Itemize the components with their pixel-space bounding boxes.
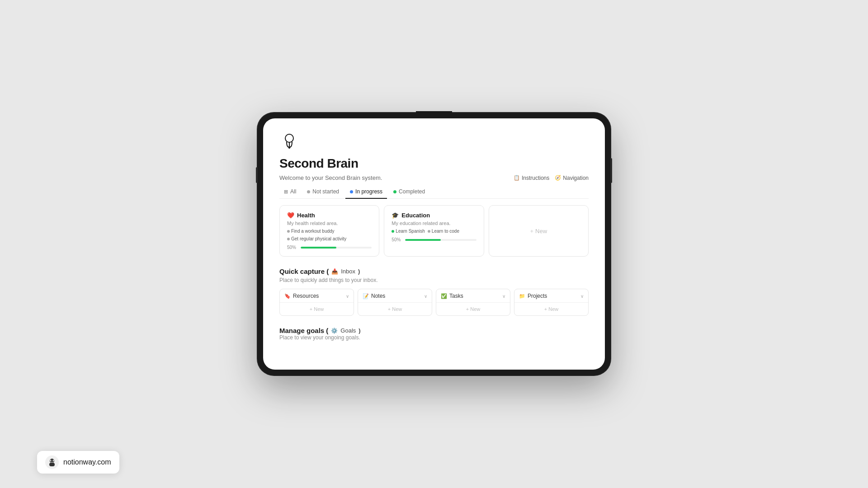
education-title: Education xyxy=(401,212,430,219)
quick-capture-inbox-label: Inbox xyxy=(341,268,355,275)
quick-capture-title-text: Quick capture ( xyxy=(279,267,329,275)
instructions-link[interactable]: 📋 Instructions xyxy=(514,175,549,181)
health-progress-bar-fill xyxy=(301,247,336,249)
education-tags: Learn Spanish Learn to code xyxy=(392,229,476,234)
tasks-header: ✅ Tasks ∨ xyxy=(436,289,510,303)
tasks-icon: ✅ xyxy=(441,293,447,299)
education-tag-1-label: Learn to code xyxy=(432,229,459,234)
navigation-icon: 🧭 xyxy=(555,175,561,181)
tab-completed-dot xyxy=(393,190,396,193)
health-tag-1-label: Get regular physical activity xyxy=(291,236,346,241)
projects-chevron[interactable]: ∨ xyxy=(580,294,584,299)
manage-goals-goals-label: Goals xyxy=(340,327,356,334)
page-content: Second Brain Welcome to your Second Brai… xyxy=(263,118,605,370)
health-progress-row: 50% xyxy=(287,245,372,250)
health-tags: Find a workout buddy Get regular physica… xyxy=(287,229,372,241)
projects-icon: 📁 xyxy=(519,293,525,299)
health-desc: My health related area. xyxy=(287,221,372,226)
education-progress-label: 50% xyxy=(392,237,402,242)
education-tag-0[interactable]: Learn Spanish xyxy=(392,229,425,234)
area-card-education: 🎓 Education My education related area. L… xyxy=(384,205,484,257)
health-icon: ❤️ xyxy=(287,212,294,219)
page-title: Second Brain xyxy=(279,156,589,171)
education-progress-bar-fill xyxy=(405,239,441,241)
resources-new-btn[interactable]: + New xyxy=(280,303,354,315)
manage-goals-paren-close: ) xyxy=(359,327,360,334)
projects-new-label: + New xyxy=(544,306,559,312)
health-card-header: ❤️ Health xyxy=(287,212,372,219)
tab-all[interactable]: ⊞ All xyxy=(279,187,301,198)
quick-capture-subtitle: Place to quickly add things to your inbo… xyxy=(279,277,589,283)
projects-new-btn[interactable]: + New xyxy=(514,303,588,315)
resources-chevron[interactable]: ∨ xyxy=(346,294,349,299)
tab-not-started-dot xyxy=(307,190,310,193)
tasks-label: Tasks xyxy=(449,293,463,299)
svg-point-0 xyxy=(285,134,293,142)
watermark-avatar xyxy=(45,455,59,469)
notes-icon: 📝 xyxy=(363,293,369,299)
education-desc: My education related area. xyxy=(392,221,476,226)
tab-in-progress-dot xyxy=(350,190,353,193)
tab-not-started[interactable]: Not started xyxy=(302,187,344,198)
education-tag-0-dot xyxy=(392,230,394,233)
capture-grid: 🔖 Resources ∨ + New 📝 Notes ∨ xyxy=(279,289,589,316)
svg-point-7 xyxy=(53,460,54,461)
tab-in-progress[interactable]: In progress xyxy=(345,187,387,198)
manage-goals-subtitle: Place to view your ongoing goals. xyxy=(279,334,589,341)
capture-col-notes: 📝 Notes ∨ + New xyxy=(358,289,432,316)
tasks-new-btn[interactable]: + New xyxy=(436,303,510,315)
navigation-link[interactable]: 🧭 Navigation xyxy=(555,175,589,181)
health-tag-0-label: Find a workout buddy xyxy=(291,229,335,234)
education-icon: 🎓 xyxy=(392,212,399,219)
projects-header: 📁 Projects ∨ xyxy=(514,289,588,303)
tab-all-label: All xyxy=(290,188,296,195)
instructions-label: Instructions xyxy=(522,175,549,181)
notes-chevron[interactable]: ∨ xyxy=(424,294,427,299)
education-tag-1[interactable]: Learn to code xyxy=(428,229,459,234)
capture-col-resources: 🔖 Resources ∨ + New xyxy=(279,289,354,316)
health-tag-0[interactable]: Find a workout buddy xyxy=(287,229,335,234)
quick-capture-icon: 📥 xyxy=(331,268,338,275)
side-button-right xyxy=(610,158,612,183)
projects-label: Projects xyxy=(528,293,547,299)
resources-icon: 🔖 xyxy=(284,293,291,299)
tab-completed[interactable]: Completed xyxy=(389,187,429,198)
areas-grid: ❤️ Health My health related area. Find a… xyxy=(279,205,589,257)
manage-goals-title-text: Manage goals ( xyxy=(279,327,328,334)
instructions-icon: 📋 xyxy=(514,175,520,181)
capture-col-tasks: ✅ Tasks ∨ + New xyxy=(436,289,510,316)
notes-new-btn[interactable]: + New xyxy=(358,303,432,315)
filter-tabs: ⊞ All Not started In progress Completed xyxy=(279,187,589,199)
tab-all-icon: ⊞ xyxy=(284,189,288,195)
capture-col-projects: 📁 Projects ∨ + New xyxy=(514,289,589,316)
quick-capture-title-row: Quick capture (📥 Inbox ) xyxy=(279,267,589,275)
area-card-new[interactable]: + New xyxy=(489,205,589,257)
health-tag-1-dot xyxy=(287,238,290,240)
camera-bar xyxy=(416,111,452,115)
tasks-chevron[interactable]: ∨ xyxy=(502,294,505,299)
navigation-label: Navigation xyxy=(563,175,589,181)
notes-new-label: + New xyxy=(388,306,402,312)
svg-point-6 xyxy=(50,460,52,461)
education-tag-0-label: Learn Spanish xyxy=(396,229,425,234)
tab-completed-label: Completed xyxy=(399,188,425,195)
quick-capture-paren-close: ) xyxy=(358,268,360,275)
tasks-new-label: + New xyxy=(466,306,481,312)
resources-header: 🔖 Resources ∨ xyxy=(280,289,354,303)
tablet-screen: Second Brain Welcome to your Second Brai… xyxy=(263,118,605,370)
area-card-health: ❤️ Health My health related area. Find a… xyxy=(279,205,379,257)
watermark: notionway.com xyxy=(37,451,119,474)
health-title: Health xyxy=(297,212,315,219)
svg-rect-5 xyxy=(49,463,55,466)
health-progress-label: 50% xyxy=(287,245,298,250)
manage-goals-icon: ⚙️ xyxy=(331,328,338,334)
notes-label: Notes xyxy=(371,293,385,299)
education-card-header: 🎓 Education xyxy=(392,212,476,219)
health-progress-bar-bg xyxy=(301,247,372,249)
health-tag-0-dot xyxy=(287,230,290,233)
page-subtitle-row: Welcome to your Second Brain system. 📋 I… xyxy=(279,174,589,181)
health-tag-1[interactable]: Get regular physical activity xyxy=(287,236,346,241)
education-progress-row: 50% xyxy=(392,237,476,242)
notes-header: 📝 Notes ∨ xyxy=(358,289,432,303)
new-card-label: New xyxy=(535,228,547,235)
